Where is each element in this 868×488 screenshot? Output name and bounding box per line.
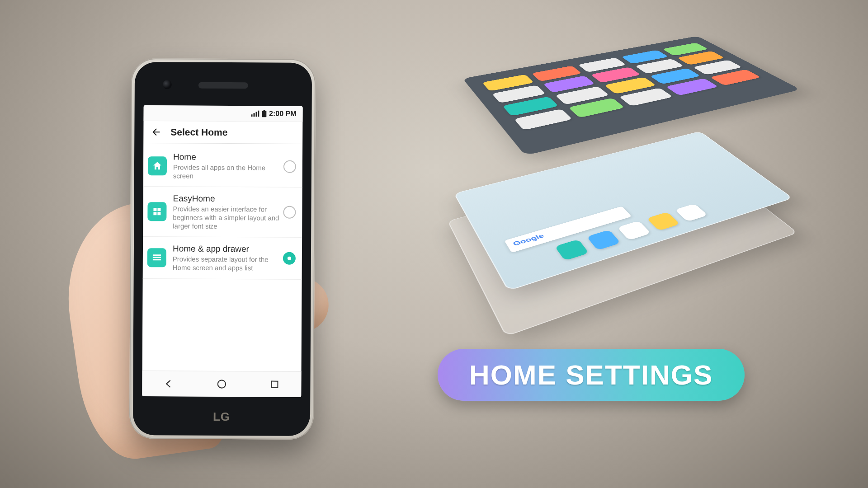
svg-point-0 — [218, 380, 226, 388]
svg-rect-1 — [272, 381, 278, 388]
easyhome-icon — [147, 202, 166, 221]
signal-icon — [251, 110, 259, 117]
nav-home-button[interactable] — [213, 376, 230, 392]
home-options-list: Home Provides all apps on the Home scree… — [143, 143, 303, 279]
option-home[interactable]: Home Provides all apps on the Home scree… — [143, 145, 302, 188]
option-title: Home — [173, 151, 283, 163]
option-easyhome[interactable]: EasyHome Provides an easier interface fo… — [143, 187, 302, 238]
option-title: EasyHome — [173, 193, 283, 205]
toolbar-title: Select Home — [170, 127, 227, 138]
front-camera — [163, 80, 172, 89]
radio-unselected[interactable] — [283, 206, 296, 219]
phone-screen: 2:00 PM Select Home Home Provides all a — [142, 105, 302, 397]
option-title: Home & app drawer — [173, 244, 283, 255]
earpiece-speaker — [198, 82, 248, 89]
home-layers-illustration: Google — [452, 45, 805, 334]
app-drawer-layer — [462, 36, 801, 155]
google-logo-text: Google — [512, 233, 545, 247]
app-drawer-icon — [147, 248, 166, 267]
home-dock — [555, 204, 708, 261]
phone-device: 2:00 PM Select Home Home Provides all a — [129, 58, 316, 440]
feature-title-pill: HOME SETTINGS — [438, 349, 745, 401]
radio-unselected[interactable] — [283, 160, 296, 173]
battery-icon — [262, 110, 266, 117]
status-bar: 2:00 PM — [143, 105, 302, 122]
nav-back-button[interactable] — [160, 375, 177, 392]
option-desc: Provides all apps on the Home screen — [173, 163, 283, 181]
status-time: 2:00 PM — [269, 110, 297, 118]
google-search-bar: Google — [504, 206, 632, 253]
back-button[interactable] — [150, 126, 162, 138]
feature-title-text: HOME SETTINGS — [469, 359, 713, 390]
option-home-app-drawer[interactable]: Home & app drawer Provides separate layo… — [143, 237, 302, 279]
navigation-bar — [142, 371, 301, 397]
phone-outline-layer — [447, 154, 798, 337]
option-desc: Provides separate layout for the Home sc… — [173, 255, 283, 272]
option-desc: Provides an easier interface for beginne… — [173, 205, 283, 231]
home-icon — [148, 156, 167, 175]
toolbar: Select Home — [143, 121, 302, 144]
phone-brand: LG — [133, 409, 310, 424]
nav-recent-button[interactable] — [267, 376, 283, 393]
radio-selected[interactable] — [283, 252, 296, 265]
home-screen-layer: Google — [454, 131, 793, 291]
